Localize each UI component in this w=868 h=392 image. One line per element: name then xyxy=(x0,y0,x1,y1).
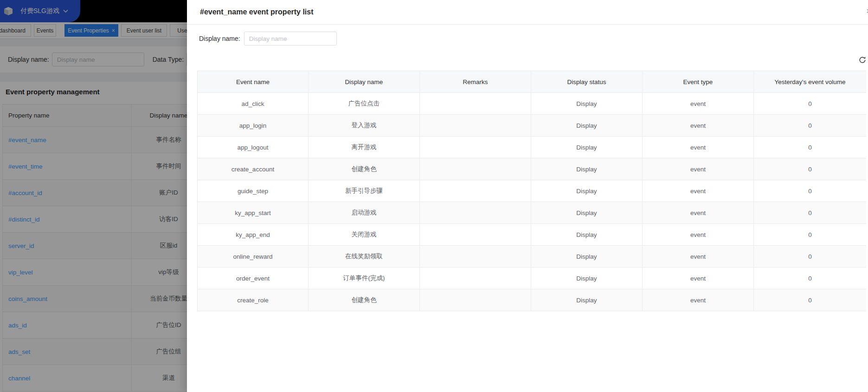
event-cell-event-type: event xyxy=(643,202,754,223)
event-cell-event-name: guide_step xyxy=(197,180,309,202)
event-col-display-status: Display status xyxy=(531,71,643,92)
event-cell-display-status: Display xyxy=(531,268,643,289)
event-row: create_role创建角色Displayevent0 xyxy=(197,289,866,311)
event-cell-event-type: event xyxy=(643,158,754,180)
event-cell-event-type: event xyxy=(643,93,754,114)
event-cell-event-type: event xyxy=(643,137,754,158)
event-cell-remarks xyxy=(420,115,531,136)
event-cell-display-status: Display xyxy=(531,158,643,180)
event-cell-event-name: create_role xyxy=(197,289,309,311)
event-cell-event-name: online_reward xyxy=(197,246,309,267)
event-cell-display-status: Display xyxy=(531,137,643,158)
drawer-filter-bar: Display name: xyxy=(187,25,868,52)
event-cell-display-name: 启动游戏 xyxy=(309,202,420,223)
event-cell-event-name: order_event xyxy=(197,268,309,289)
event-cell-yesterday-volume: 0 xyxy=(754,246,866,267)
event-cell-remarks xyxy=(420,180,531,202)
event-cell-yesterday-volume: 0 xyxy=(754,158,866,180)
event-col-display-name: Display name xyxy=(309,71,420,92)
event-cell-event-name: ad_click xyxy=(197,93,309,114)
event-cell-remarks xyxy=(420,224,531,245)
event-col-remarks: Remarks xyxy=(420,71,531,92)
event-row: ky_app_start启动游戏Displayevent0 xyxy=(197,202,866,224)
event-cell-event-name: ky_app_end xyxy=(197,224,309,245)
drawer-title: #event_name event property list xyxy=(200,8,314,16)
event-cell-display-name: 新手引导步骤 xyxy=(309,180,420,202)
event-cell-yesterday-volume: 0 xyxy=(754,137,866,158)
event-row: app_logout离开游戏Displayevent0 xyxy=(197,137,866,158)
close-icon[interactable]: × xyxy=(866,7,868,15)
event-row: order_event订单事件(完成)Displayevent0 xyxy=(197,268,866,289)
event-cell-display-status: Display xyxy=(531,224,643,245)
event-cell-remarks xyxy=(420,202,531,223)
event-table-body: ad_click广告位点击Displayevent0app_login登入游戏D… xyxy=(197,93,866,311)
event-cell-remarks xyxy=(420,246,531,267)
event-cell-remarks xyxy=(420,289,531,311)
event-cell-display-name: 订单事件(完成) xyxy=(309,268,420,289)
event-cell-remarks xyxy=(420,158,531,180)
event-cell-display-status: Display xyxy=(531,115,643,136)
event-cell-remarks xyxy=(420,93,531,114)
event-cell-remarks xyxy=(420,268,531,289)
event-cell-event-name: app_login xyxy=(197,115,309,136)
event-col-yesterday-s-event-volume: Yesterday's event volume xyxy=(754,71,866,92)
event-row: ad_click广告位点击Displayevent0 xyxy=(197,93,866,115)
event-cell-yesterday-volume: 0 xyxy=(754,268,866,289)
event-cell-event-type: event xyxy=(643,268,754,289)
drawer-header: #event_name event property list × xyxy=(187,0,868,25)
event-row: create_account创建角色Displayevent0 xyxy=(197,158,866,180)
event-cell-event-type: event xyxy=(643,246,754,267)
event-row: guide_step新手引导步骤Displayevent0 xyxy=(197,180,866,202)
event-cell-display-name: 登入游戏 xyxy=(309,115,420,136)
event-col-event-name: Event name xyxy=(197,71,309,92)
event-cell-display-name: 关闭游戏 xyxy=(309,224,420,245)
event-cell-display-status: Display xyxy=(531,246,643,267)
drawer-display-name-label: Display name: xyxy=(199,35,240,42)
refresh-icon[interactable] xyxy=(859,56,866,64)
event-table-header: Event nameDisplay nameRemarksDisplay sta… xyxy=(197,71,866,93)
event-cell-yesterday-volume: 0 xyxy=(754,180,866,202)
event-cell-event-name: ky_app_start xyxy=(197,202,309,223)
app-root: 付费SLG游戏 dashboardEventsEvent Properties×… xyxy=(0,0,868,392)
drawer-display-name-input[interactable] xyxy=(244,32,337,46)
event-cell-yesterday-volume: 0 xyxy=(754,93,866,114)
event-cell-display-name: 广告位点击 xyxy=(309,93,420,114)
event-cell-yesterday-volume: 0 xyxy=(754,289,866,311)
event-cell-display-status: Display xyxy=(531,93,643,114)
event-cell-event-type: event xyxy=(643,289,754,311)
event-cell-display-name: 在线奖励领取 xyxy=(309,246,420,267)
event-cell-event-name: app_logout xyxy=(197,137,309,158)
event-cell-display-name: 离开游戏 xyxy=(309,137,420,158)
event-cell-yesterday-volume: 0 xyxy=(754,202,866,223)
event-cell-display-status: Display xyxy=(531,180,643,202)
event-cell-event-type: event xyxy=(643,180,754,202)
event-property-drawer: #event_name event property list × Displa… xyxy=(187,0,868,392)
event-table: Event nameDisplay nameRemarksDisplay sta… xyxy=(197,71,866,311)
event-cell-display-status: Display xyxy=(531,202,643,223)
event-cell-remarks xyxy=(420,137,531,158)
event-cell-yesterday-volume: 0 xyxy=(754,224,866,245)
event-row: ky_app_end关闭游戏Displayevent0 xyxy=(197,224,866,246)
event-cell-display-name: 创建角色 xyxy=(309,158,420,180)
event-row: app_login登入游戏Displayevent0 xyxy=(197,115,866,137)
event-cell-display-status: Display xyxy=(531,289,643,311)
event-cell-event-name: create_account xyxy=(197,158,309,180)
event-row: online_reward在线奖励领取Displayevent0 xyxy=(197,246,866,268)
event-cell-yesterday-volume: 0 xyxy=(754,115,866,136)
event-cell-display-name: 创建角色 xyxy=(309,289,420,311)
event-cell-event-type: event xyxy=(643,224,754,245)
event-cell-event-type: event xyxy=(643,115,754,136)
event-col-event-type: Event type xyxy=(643,71,754,92)
